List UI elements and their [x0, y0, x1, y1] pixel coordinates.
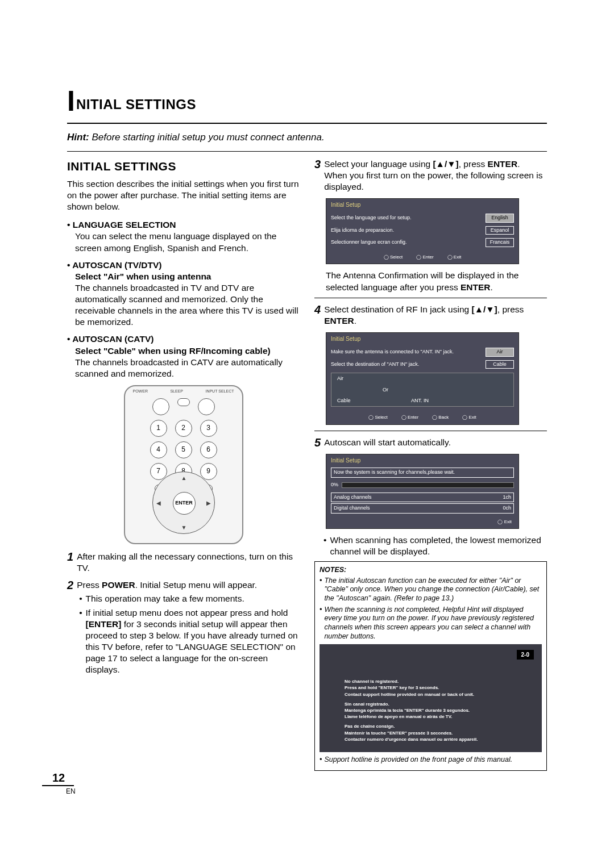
right-arrow-icon: ▶: [206, 499, 211, 507]
bullet-subhead: Select "Cable" when using RF/Incoming ca…: [67, 345, 300, 357]
hint-label: Hint:: [67, 132, 89, 143]
bullet-autoscan-catv: • AUTOSCAN (CATV) Select "Cable" when us…: [67, 333, 300, 379]
key-2: 2: [175, 420, 192, 437]
remote-illustration: POWER SLEEP INPUT SELECT 123 456 789 0 ▲…: [124, 385, 243, 544]
channel-badge: 2-0: [517, 650, 534, 660]
notes-title: NOTES:: [320, 565, 542, 574]
language-screen: Initial Setup Select the language used f…: [326, 198, 519, 264]
autoscan-screen: Initial Setup Now the system is scanning…: [326, 454, 519, 529]
bullet-body: The channels broadcasted in CATV are aut…: [67, 357, 300, 379]
step-3-note: When you first turn on the power, the fo…: [324, 170, 547, 193]
key-5: 5: [175, 441, 192, 458]
bullet-body: The channels broadcasted in TV and DTV a…: [67, 282, 300, 328]
foot-exit: Exit: [462, 415, 476, 420]
step-5: 5 Autoscan will start automatically.: [314, 437, 547, 448]
screen-title: Initial Setup: [326, 333, 518, 345]
notes-box: NOTES: The initial Autoscan function can…: [314, 561, 547, 771]
analog-count: 1ch: [503, 494, 511, 501]
bullet-head: • AUTOSCAN (CATV): [67, 333, 300, 345]
step-body: Select your language using [▲/▼], press …: [324, 158, 547, 193]
bullet-body: You can select the menu language display…: [67, 231, 300, 253]
divider: [314, 298, 547, 298]
intro-paragraph: This section describes the initial setti…: [67, 178, 300, 212]
bullet-autoscan-tv: • AUTOSCAN (TV/DTV) Select "Air" when us…: [67, 260, 300, 328]
digital-count: 0ch: [503, 505, 511, 512]
hint-line: Hint: Before starting initial setup you …: [67, 132, 547, 143]
step-4: 4 Select destination of RF In jack using…: [314, 304, 547, 327]
step-body: Autoscan will start automatically.: [324, 437, 547, 448]
foot-enter: Enter: [416, 254, 433, 260]
hint-screen: 2-0 No channel is registered.Press and h…: [320, 644, 542, 752]
foot-exit: Exit: [497, 519, 512, 525]
subsection-title: INITIAL SETTINGS: [67, 158, 300, 174]
foot-exit: Exit: [447, 254, 462, 260]
down-arrow-icon: ▼: [181, 524, 187, 531]
progress-bar: [342, 482, 514, 488]
option-espanol: Espanol: [486, 226, 514, 235]
left-column: INITIAL SETTINGS This section describes …: [67, 158, 300, 771]
nav-cluster: ▲ ▼ ◀ ▶ ENTER: [152, 471, 215, 534]
note-3: Support hotline is provided on the front…: [320, 756, 542, 765]
foot-enter: Enter: [401, 415, 418, 420]
page-content: I NITIAL SETTINGS Hint: Before starting …: [67, 91, 547, 771]
page-number-rule: [42, 785, 74, 786]
scan-message: Now the system is scanning for channels,…: [331, 468, 514, 478]
note-2: When the scanning is not completed, Help…: [320, 606, 542, 641]
note-1: The initial Autoscan function can be exe…: [320, 577, 542, 603]
sub-bullet: If initial setup menu does not appear pr…: [79, 607, 300, 676]
step-2: 2 Press POWER. Initial Setup menu will a…: [67, 579, 300, 678]
bullet-head: • AUTOSCAN (TV/DTV): [67, 260, 300, 271]
step-3-after: The Antenna Confirmation will be display…: [314, 270, 547, 293]
foot-select: Select: [384, 254, 403, 260]
label-power: POWER: [133, 389, 148, 394]
scan-percent: 0%: [331, 482, 338, 489]
antenna-screen: Initial Setup Make sure the antenna is c…: [326, 332, 519, 425]
up-arrow-icon: ▲: [181, 474, 187, 482]
step-number: 2: [67, 579, 73, 678]
hint-text: Before starting initial setup you must c…: [89, 132, 325, 143]
power-button-icon: [152, 398, 169, 415]
header-text: NITIAL SETTINGS: [76, 97, 196, 112]
step-body: Press POWER. Initial Setup menu will app…: [77, 579, 300, 678]
key-1: 1: [150, 420, 167, 437]
page-number: 12: [52, 771, 65, 784]
label-input: INPUT SELECT: [205, 389, 234, 394]
divider: [314, 431, 547, 431]
header-rule: [67, 123, 547, 124]
page-language: EN: [66, 787, 76, 795]
input-button-icon: [198, 398, 215, 415]
sub-bullet: This operation may take a few moments.: [79, 593, 300, 604]
foot-back: Back: [432, 415, 449, 420]
option-cable: Cable: [486, 360, 514, 369]
header-drop-cap: I: [67, 91, 75, 112]
step-number: 1: [67, 551, 73, 574]
bullet-subhead: Select "Air" when using antenna: [67, 271, 300, 282]
key-4: 4: [150, 441, 167, 458]
step-number: 4: [314, 304, 321, 327]
foot-select: Select: [368, 415, 387, 420]
option-english: English: [486, 214, 514, 223]
sleep-button-icon: [177, 398, 190, 406]
section-header: I NITIAL SETTINGS: [67, 91, 547, 112]
step-5-after: When scanning has completed, the lowest …: [323, 535, 547, 557]
connection-diagram: Air Cable Or ANT. IN: [331, 373, 514, 407]
step-number: 5: [314, 437, 321, 448]
right-column: 3 Select your language using [▲/▼], pres…: [314, 158, 547, 771]
bullet-language: • LANGUAGE SELECTION You can select the …: [67, 219, 300, 253]
label-sleep: SLEEP: [170, 389, 183, 394]
enter-button-icon: ENTER: [173, 492, 196, 515]
option-francais: Francais: [486, 238, 514, 247]
bullet-head: • LANGUAGE SELECTION: [67, 219, 300, 231]
step-body: After making all the necessary connectio…: [77, 551, 300, 574]
key-3: 3: [200, 420, 217, 437]
step-number: 3: [314, 158, 321, 193]
step-3: 3 Select your language using [▲/▼], pres…: [314, 158, 547, 193]
step-body: Select destination of RF In jack using […: [324, 304, 547, 327]
left-arrow-icon: ◀: [156, 499, 161, 507]
hint-rule: [67, 151, 547, 152]
key-6: 6: [200, 441, 217, 458]
screen-title: Initial Setup: [326, 454, 518, 466]
screen-title: Initial Setup: [326, 199, 518, 211]
step-1: 1 After making all the necessary connect…: [67, 551, 300, 574]
option-air: Air: [486, 348, 514, 357]
